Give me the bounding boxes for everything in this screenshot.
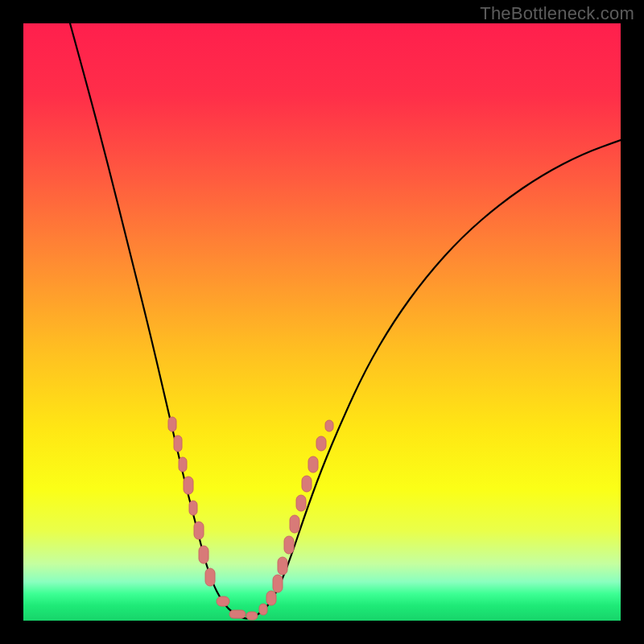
curve-marker (278, 557, 287, 575)
curve-marker (266, 591, 276, 605)
curve-marker (259, 604, 267, 615)
curve-marker (325, 420, 333, 431)
curve-marker (184, 477, 193, 494)
curve-marker (205, 568, 215, 586)
curve-marker (189, 501, 197, 515)
curve-marker (217, 597, 229, 606)
curve-marker (284, 536, 294, 554)
bottleneck-curve (70, 23, 621, 618)
curve-marker (174, 436, 182, 452)
curve-marker (229, 610, 246, 618)
curve-marker (246, 612, 258, 620)
curve-marker (308, 456, 318, 473)
bottleneck-curve-layer (23, 23, 621, 621)
curve-markers (168, 417, 333, 620)
curve-marker (179, 457, 187, 472)
curve-marker (199, 546, 208, 564)
curve-marker (316, 436, 326, 451)
curve-marker (296, 495, 306, 511)
curve-marker (290, 515, 299, 533)
plot-frame (23, 23, 621, 621)
watermark-text: TheBottleneck.com (480, 3, 634, 24)
curve-marker (168, 417, 176, 431)
curve-marker (273, 575, 283, 592)
curve-marker (194, 522, 204, 539)
curve-marker (302, 476, 312, 492)
